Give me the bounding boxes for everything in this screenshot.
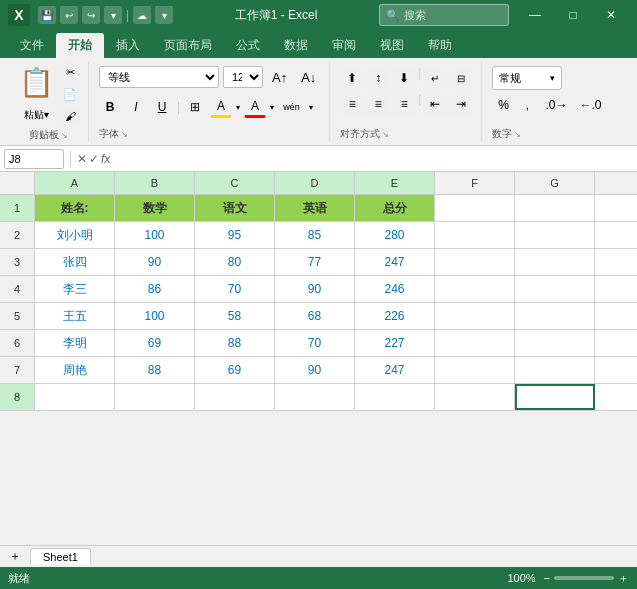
cell-C6[interactable]: 88 [195,330,275,356]
row-header-2[interactable]: 2 [0,222,35,248]
cell-D6[interactable]: 70 [275,330,355,356]
clipboard-expand-icon[interactable]: ↘ [61,131,68,140]
tab-file[interactable]: 文件 [8,33,56,58]
cell-F8[interactable] [435,384,515,410]
cell-G7[interactable] [515,357,595,383]
cell-F1[interactable] [435,195,515,221]
tab-review[interactable]: 审阅 [320,33,368,58]
cell-G4[interactable] [515,276,595,302]
cell-E4[interactable]: 246 [355,276,435,302]
maximize-button[interactable]: □ [555,4,591,26]
undo-button[interactable]: ↩ [60,6,78,24]
cell-C3[interactable]: 80 [195,249,275,275]
search-box[interactable]: 🔍 搜索 [379,4,509,26]
align-center-btn[interactable]: ≡ [366,92,390,116]
font-decrease-btn[interactable]: A↓ [296,66,321,88]
cell-E2[interactable]: 280 [355,222,435,248]
paste-dropdown[interactable]: 粘贴▾ [19,104,54,126]
number-format-box[interactable]: 常规 ▾ [492,66,562,90]
format-painter-button[interactable]: 🖌 [60,106,80,126]
cell-A5[interactable]: 王五 [35,303,115,329]
zoom-slider[interactable] [554,576,614,580]
font-color-button[interactable]: A [244,96,266,118]
underline-button[interactable]: U [151,96,173,118]
formula-input[interactable] [114,152,633,166]
font-size-select[interactable]: 12 [223,66,263,88]
border-button[interactable]: ⊞ [184,96,206,118]
cell-B1[interactable]: 数学 [115,195,195,221]
tab-formulas[interactable]: 公式 [224,33,272,58]
cell-G1[interactable] [515,195,595,221]
col-header-F[interactable]: F [435,172,515,194]
fill-dropdown[interactable]: ▾ [236,103,240,112]
cell-G6[interactable] [515,330,595,356]
col-header-B[interactable]: B [115,172,195,194]
copy-button[interactable]: 📄 [60,84,80,104]
tab-help[interactable]: 帮助 [416,33,464,58]
confirm-formula-icon[interactable]: ✓ [89,152,99,166]
cell-A7[interactable]: 周艳 [35,357,115,383]
cell-D8[interactable] [275,384,355,410]
cell-C4[interactable]: 70 [195,276,275,302]
cell-G3[interactable] [515,249,595,275]
cell-D2[interactable]: 85 [275,222,355,248]
row-header-4[interactable]: 4 [0,276,35,302]
decimal-inc-btn[interactable]: .0→ [540,94,572,116]
col-header-A[interactable]: A [35,172,115,194]
cut-button[interactable]: ✂ [60,62,80,82]
phonetic-button[interactable]: wén [278,96,305,118]
cell-A3[interactable]: 张四 [35,249,115,275]
cell-B2[interactable]: 100 [115,222,195,248]
cell-D5[interactable]: 68 [275,303,355,329]
row-header-8[interactable]: 8 [0,384,35,410]
align-bottom-btn[interactable]: ⬇ [392,66,416,90]
minimize-button[interactable]: — [517,4,553,26]
cell-C2[interactable]: 95 [195,222,275,248]
corner-cell[interactable] [0,172,35,194]
cell-C1[interactable]: 语文 [195,195,275,221]
cell-G2[interactable] [515,222,595,248]
cell-D4[interactable]: 90 [275,276,355,302]
row-header-7[interactable]: 7 [0,357,35,383]
add-sheet-button[interactable]: ＋ [4,546,26,568]
font-family-select[interactable]: 等线 [99,66,219,88]
tab-data[interactable]: 数据 [272,33,320,58]
font-color-dropdown[interactable]: ▾ [270,103,274,112]
cell-D1[interactable]: 英语 [275,195,355,221]
tab-insert[interactable]: 插入 [104,33,152,58]
font-expand-icon[interactable]: ↘ [121,130,128,139]
cell-A8[interactable] [35,384,115,410]
row-header-5[interactable]: 5 [0,303,35,329]
function-icon[interactable]: fx [101,152,110,166]
comma-btn[interactable]: , [516,94,538,116]
decimal-dec-btn[interactable]: ←.0 [574,94,606,116]
cell-C8[interactable] [195,384,275,410]
cell-B4[interactable]: 86 [115,276,195,302]
cell-reference-box[interactable]: J8 [4,149,64,169]
zoom-control[interactable]: − ＋ [544,571,629,586]
cell-D3[interactable]: 77 [275,249,355,275]
cell-B3[interactable]: 90 [115,249,195,275]
cell-A1[interactable]: 姓名: [35,195,115,221]
indent-left-btn[interactable]: ⇤ [423,92,447,116]
cell-C7[interactable]: 69 [195,357,275,383]
alignment-expand-icon[interactable]: ↘ [382,130,389,139]
row-header-3[interactable]: 3 [0,249,35,275]
indent-right-btn[interactable]: ⇥ [449,92,473,116]
cell-G5[interactable] [515,303,595,329]
percent-btn[interactable]: % [492,94,514,116]
more-button[interactable]: ▾ [155,6,173,24]
cell-D7[interactable]: 90 [275,357,355,383]
cell-A4[interactable]: 李三 [35,276,115,302]
row-header-1[interactable]: 1 [0,195,35,221]
zoom-in-icon[interactable]: ＋ [618,571,629,586]
tab-home[interactable]: 开始 [56,33,104,58]
align-right-btn[interactable]: ≡ [392,92,416,116]
col-header-E[interactable]: E [355,172,435,194]
autosave-button[interactable]: ☁ [133,6,151,24]
cancel-formula-icon[interactable]: ✕ [77,152,87,166]
cell-C5[interactable]: 58 [195,303,275,329]
col-header-D[interactable]: D [275,172,355,194]
cell-B5[interactable]: 100 [115,303,195,329]
cell-A2[interactable]: 刘小明 [35,222,115,248]
